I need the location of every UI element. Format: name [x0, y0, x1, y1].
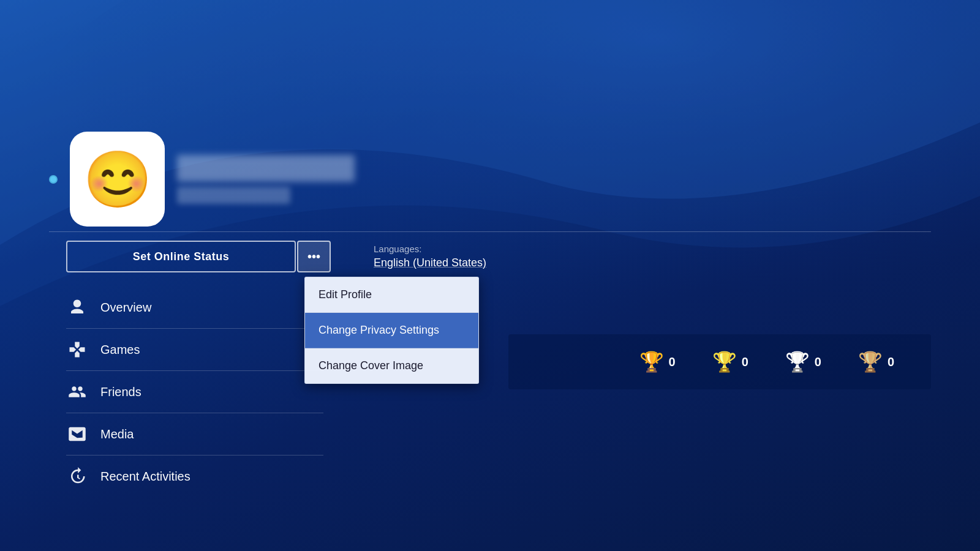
username-blurred	[177, 155, 355, 182]
silver-trophy-count: 0	[815, 355, 821, 369]
user-info	[177, 155, 355, 204]
avatar-section: 😊	[49, 132, 355, 227]
online-status-dot	[49, 175, 58, 184]
platinum-trophy-icon: 🏆	[639, 350, 664, 373]
main-content: 😊 Set Online Status ••• Languages: Engli…	[0, 0, 980, 551]
silver-trophy: 🏆 0	[785, 350, 821, 373]
bronze-trophy-count: 0	[888, 355, 894, 369]
languages-value: English (United States)	[374, 257, 486, 269]
overview-icon	[66, 296, 88, 318]
bronze-trophy-icon: 🏆	[858, 350, 883, 373]
dropdown-menu: Edit Profile Change Privacy Settings Cha…	[304, 277, 479, 384]
sidebar-item-media[interactable]: Media	[66, 413, 323, 455]
platinum-trophy-count: 0	[669, 355, 676, 369]
gold-trophy-count: 0	[742, 355, 748, 369]
sidebar-item-overview[interactable]: Overview	[66, 287, 323, 329]
dropdown-item-edit-profile[interactable]: Edit Profile	[305, 277, 478, 313]
sidebar-nav: Overview Games Friends Media Recent Acti	[66, 287, 323, 497]
platinum-trophy: 🏆 0	[639, 350, 676, 373]
avatar-emoji: 😊	[83, 152, 152, 207]
more-options-button[interactable]: •••	[297, 241, 331, 272]
avatar: 😊	[70, 132, 165, 227]
sidebar-item-friends-label: Friends	[100, 385, 141, 399]
sidebar-item-games[interactable]: Games	[66, 329, 323, 371]
sidebar-item-recent-activities[interactable]: Recent Activities	[66, 455, 323, 497]
trophy-section: 🏆 0 🏆 0 🏆 0 🏆 0	[508, 334, 931, 389]
languages-section: Languages: English (United States)	[374, 244, 486, 269]
psn-id-blurred	[177, 187, 290, 204]
profile-divider	[49, 231, 931, 232]
recent-activities-icon	[66, 465, 88, 487]
friends-icon	[66, 381, 88, 403]
sidebar-item-overview-label: Overview	[100, 301, 151, 315]
gold-trophy: 🏆 0	[712, 350, 748, 373]
languages-label: Languages:	[374, 244, 486, 254]
gold-trophy-icon: 🏆	[712, 350, 737, 373]
bronze-trophy: 🏆 0	[858, 350, 894, 373]
media-icon	[66, 423, 88, 445]
games-icon	[66, 339, 88, 361]
sidebar-item-friends[interactable]: Friends	[66, 371, 323, 413]
sidebar-item-games-label: Games	[100, 343, 140, 357]
dropdown-item-change-privacy-settings[interactable]: Change Privacy Settings	[305, 313, 478, 348]
dropdown-item-change-cover-image[interactable]: Change Cover Image	[305, 348, 478, 383]
sidebar-item-recent-activities-label: Recent Activities	[100, 470, 190, 484]
set-online-status-button[interactable]: Set Online Status	[66, 241, 296, 272]
silver-trophy-icon: 🏆	[785, 350, 810, 373]
action-buttons-row: Set Online Status •••	[66, 241, 331, 272]
sidebar-item-media-label: Media	[100, 427, 134, 441]
